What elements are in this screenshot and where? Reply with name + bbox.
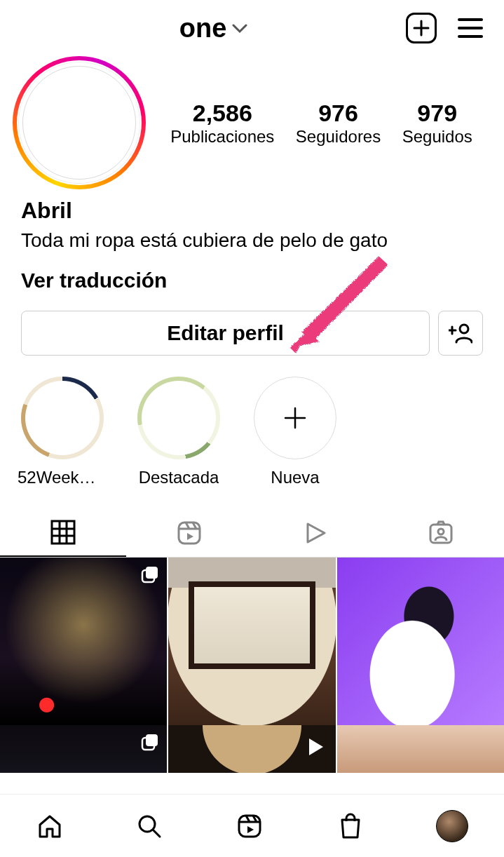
- home-icon: [36, 812, 64, 840]
- burger-line-icon: [458, 27, 483, 29]
- svg-rect-2: [179, 522, 200, 544]
- avatar: [17, 60, 142, 185]
- svg-point-9: [139, 816, 155, 832]
- nav-avatar-icon: [436, 810, 468, 842]
- stat-posts-label: Publicaciones: [170, 127, 274, 147]
- edit-profile-button[interactable]: Editar perfil: [21, 311, 430, 356]
- svg-rect-10: [239, 816, 260, 837]
- nav-shop[interactable]: [336, 811, 365, 841]
- stat-posts-count: 2,586: [170, 100, 274, 127]
- shop-icon: [336, 811, 365, 841]
- post-thumbnail[interactable]: [168, 725, 335, 773]
- highlight-new[interactable]: Nueva: [250, 377, 341, 487]
- reels-icon: [235, 811, 264, 841]
- stat-followers[interactable]: 976 Seguidores: [296, 100, 381, 147]
- post-thumbnail[interactable]: [0, 725, 167, 773]
- nav-home[interactable]: [36, 812, 64, 840]
- svg-point-4: [438, 529, 444, 534]
- stat-followers-count: 976: [296, 100, 381, 127]
- display-name: Abril: [21, 198, 483, 224]
- highlight-label: Destacada: [139, 468, 219, 487]
- tab-video[interactable]: [252, 508, 379, 557]
- burger-line-icon: [458, 35, 483, 38]
- profile-header: one: [0, 0, 504, 49]
- tagged-icon: [426, 518, 456, 548]
- nav-reels[interactable]: [235, 811, 264, 841]
- highlight-item[interactable]: Destacada: [133, 377, 224, 487]
- tab-grid[interactable]: [0, 508, 126, 557]
- menu-button[interactable]: [458, 18, 483, 38]
- profile-bio: Abril Toda mi ropa está cubiera de pelo …: [0, 189, 504, 292]
- stat-posts[interactable]: 2,586 Publicaciones: [170, 100, 274, 147]
- profile-tabs: [0, 508, 504, 558]
- highlight-cover-icon: [21, 377, 104, 459]
- post-thumbnail[interactable]: [0, 558, 167, 724]
- reels-icon: [175, 519, 203, 547]
- plus-icon: [254, 377, 336, 459]
- grid-icon: [49, 518, 77, 546]
- highlight-cover-icon: [137, 377, 220, 459]
- stat-following[interactable]: 979 Seguidos: [402, 100, 472, 147]
- svg-rect-1: [52, 521, 74, 544]
- carousel-badge-icon: [140, 565, 160, 587]
- create-post-button[interactable]: [406, 13, 437, 43]
- play-icon: [301, 519, 329, 547]
- story-ring-avatar[interactable]: [13, 56, 146, 189]
- stat-following-label: Seguidos: [402, 127, 472, 147]
- highlight-label: Nueva: [271, 468, 319, 487]
- add-person-icon: [449, 323, 472, 344]
- tab-reels[interactable]: [126, 508, 252, 557]
- profile-actions: Editar perfil: [0, 292, 504, 356]
- highlight-item[interactable]: 52WeekWri...: [17, 377, 108, 487]
- discover-people-button[interactable]: [438, 311, 483, 356]
- burger-line-icon: [458, 18, 483, 21]
- highlight-label: 52WeekWri...: [18, 468, 107, 487]
- post-thumbnail[interactable]: [337, 725, 504, 773]
- see-translation-link[interactable]: Ver traducción: [21, 269, 483, 292]
- chevron-down-icon: [232, 18, 247, 38]
- username-label: one: [179, 13, 227, 43]
- post-thumbnail[interactable]: [168, 558, 335, 724]
- search-icon: [135, 812, 163, 840]
- profile-summary: 2,586 Publicaciones 976 Seguidores 979 S…: [0, 49, 504, 189]
- posts-grid: [0, 558, 504, 724]
- bottom-nav: [0, 794, 504, 857]
- stat-following-count: 979: [402, 100, 472, 127]
- posts-grid-row2: [0, 725, 504, 773]
- svg-point-0: [460, 325, 468, 333]
- edit-profile-label: Editar perfil: [167, 321, 284, 345]
- stat-followers-label: Seguidores: [296, 127, 381, 147]
- nav-search[interactable]: [135, 812, 163, 840]
- carousel-badge-icon: [140, 732, 160, 755]
- post-thumbnail[interactable]: [337, 558, 504, 724]
- username-dropdown[interactable]: one: [21, 13, 406, 43]
- tab-tagged[interactable]: [378, 508, 504, 557]
- story-highlights: 52WeekWri... Destacada Nueva: [0, 356, 504, 487]
- video-badge-icon: [305, 736, 326, 760]
- svg-rect-5: [146, 567, 158, 579]
- plus-icon: [412, 19, 430, 37]
- bio-text: Toda mi ropa está cubiera de pelo de gat…: [21, 228, 483, 253]
- svg-rect-7: [146, 734, 158, 746]
- nav-profile[interactable]: [436, 810, 468, 842]
